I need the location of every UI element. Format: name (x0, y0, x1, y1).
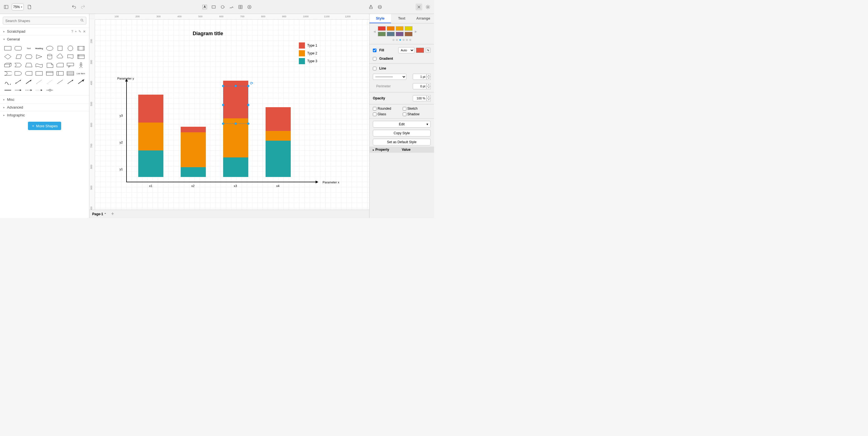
chart-legend[interactable]: Type 1 Type 2 Type 3 (299, 42, 317, 66)
bar-x1-type2[interactable] (138, 123, 163, 150)
rectangle-button[interactable] (210, 4, 217, 10)
opacity-input[interactable] (413, 95, 427, 101)
more-button[interactable] (376, 4, 383, 10)
bar-x1-type1[interactable] (138, 95, 163, 123)
shape-square[interactable] (56, 45, 64, 52)
tab-style[interactable]: Style (370, 14, 391, 23)
appearance-button[interactable] (425, 4, 431, 10)
section-advanced[interactable]: ▸Advanced (0, 103, 89, 111)
shape-or[interactable] (3, 70, 12, 77)
fill-mode-select[interactable]: Auto (398, 47, 414, 53)
shape-heading[interactable]: Heading (35, 45, 43, 52)
search-icon[interactable] (80, 19, 84, 24)
bar-x2-type1[interactable] (181, 127, 206, 132)
x-axis-label[interactable]: Parameter x (322, 180, 339, 184)
selection-handle[interactable] (247, 85, 249, 87)
shape-document[interactable] (66, 53, 75, 60)
scratchpad-add-icon[interactable]: + (75, 30, 77, 33)
opacity-stepper[interactable]: ▴▾ (427, 95, 431, 101)
color-swatch[interactable] (396, 32, 404, 36)
color-swatch[interactable] (387, 26, 395, 31)
bar-x2-type2[interactable] (181, 132, 206, 167)
shape-note[interactable] (45, 61, 54, 69)
bar-x4-type2[interactable] (266, 131, 291, 141)
perimeter-input[interactable] (413, 83, 427, 89)
color-swatch[interactable] (378, 32, 386, 36)
more-shapes-button[interactable]: ＋More Shapes (28, 122, 61, 130)
shape-dashed-line[interactable] (35, 78, 43, 86)
shape-thick-arrow[interactable] (76, 78, 86, 86)
bar-x2-type3[interactable] (181, 167, 206, 177)
selection-handle[interactable] (235, 85, 237, 87)
bar-x1-type3[interactable] (138, 150, 163, 177)
shape-parallelogram[interactable] (14, 53, 23, 60)
gradient-checkbox[interactable] (373, 57, 376, 61)
section-infographic[interactable]: ▸Infographic (0, 111, 89, 119)
shape-internal-storage[interactable] (76, 53, 86, 60)
canvas-area[interactable]: 100200300 400500600 700800900 1000110012… (89, 14, 369, 210)
color-swatch[interactable] (387, 32, 395, 36)
shape-link4[interactable] (45, 87, 54, 94)
shape-curve[interactable] (3, 78, 12, 86)
fill-checkbox[interactable] (373, 48, 376, 52)
share-button[interactable] (368, 4, 374, 10)
redo-button[interactable] (80, 4, 86, 10)
tab-arrange[interactable]: Arrange (412, 14, 434, 23)
shape-circle[interactable] (66, 45, 75, 52)
fill-color-edit-icon[interactable]: ✎ (426, 48, 431, 53)
colors-next-button[interactable]: ▸ (413, 29, 418, 34)
shape-cloud[interactable] (56, 53, 64, 60)
fill-color-preview[interactable] (416, 48, 424, 53)
color-swatch[interactable] (396, 26, 404, 31)
shape-callout[interactable] (66, 61, 75, 69)
line-width-stepper[interactable]: ▴▾ (427, 74, 431, 80)
scratchpad-edit-icon[interactable]: ✎ (79, 30, 81, 33)
shape-frame[interactable] (45, 70, 54, 77)
shape-actor[interactable] (76, 61, 86, 69)
shape-list[interactable] (66, 70, 75, 77)
default-style-button[interactable]: Set as Default Style (373, 139, 431, 145)
shape-h-container[interactable] (56, 70, 64, 77)
shape-text[interactable]: Text (24, 45, 33, 52)
table-button[interactable] (237, 4, 244, 10)
line-style-select[interactable]: ──────── (373, 74, 406, 80)
shape-diamond[interactable] (3, 53, 12, 60)
ellipse-button[interactable] (219, 4, 226, 10)
search-input[interactable] (3, 17, 86, 25)
shape-tape[interactable] (35, 61, 43, 69)
shape-data-store[interactable] (24, 70, 33, 77)
selection-handle[interactable] (222, 85, 224, 87)
color-swatch[interactable] (405, 32, 412, 36)
color-swatch[interactable] (405, 26, 412, 31)
selection-handle[interactable] (235, 123, 237, 125)
shape-container[interactable] (35, 70, 43, 77)
selection-handle[interactable] (247, 123, 249, 125)
section-misc[interactable]: ▸Misc (0, 96, 89, 103)
bar-x3-type3[interactable] (223, 158, 248, 177)
sidebar-toggle-button[interactable] (3, 4, 9, 10)
glass-checkbox[interactable] (373, 112, 376, 116)
shape-step[interactable] (14, 61, 23, 69)
line-checkbox[interactable] (373, 67, 376, 70)
shape-cylinder[interactable] (45, 53, 54, 60)
bar-x4-type1[interactable] (266, 107, 291, 131)
shape-list-item[interactable]: List Item (76, 70, 86, 77)
section-scratchpad[interactable]: ▸Scratchpad ? + ✎ ✕ (0, 27, 89, 35)
scratchpad-close-icon[interactable]: ✕ (83, 30, 86, 33)
chart-title[interactable]: Diagram title (193, 31, 223, 37)
undo-button[interactable] (71, 4, 78, 10)
scratchpad-help-icon[interactable]: ? (71, 30, 73, 33)
shape-arrow[interactable] (24, 78, 33, 86)
rounded-checkbox[interactable] (373, 107, 376, 110)
color-swatch[interactable] (378, 26, 386, 31)
page-tab-1[interactable]: Page-1⌃ (92, 212, 106, 216)
text-box-button[interactable]: A (202, 4, 208, 10)
selection-handle[interactable] (247, 104, 249, 106)
shape-bidir-line[interactable] (66, 78, 75, 86)
shape-link[interactable] (14, 87, 23, 94)
sketch-checkbox[interactable] (403, 107, 406, 110)
selection-handle[interactable] (222, 104, 224, 106)
edit-button[interactable]: Edit▾ (373, 121, 431, 128)
shape-and[interactable] (14, 70, 23, 77)
shape-hexagon[interactable] (24, 53, 33, 60)
